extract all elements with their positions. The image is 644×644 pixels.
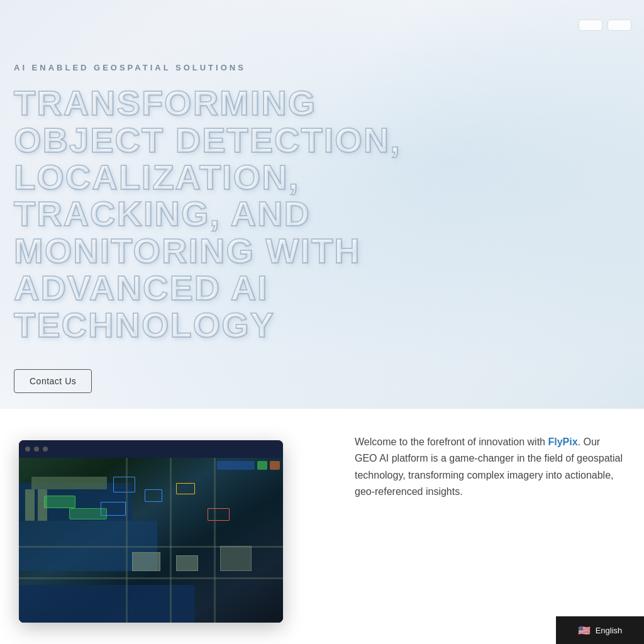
dashboard-mockup bbox=[19, 440, 283, 623]
hero-title: TRANSFORMING OBJECT DETECTION, LOCALIZAT… bbox=[14, 85, 434, 344]
hero-content: AI ENABLED GEOSPATIAL SOLUTIONS TRANSFOR… bbox=[0, 0, 453, 409]
language-selector[interactable]: 🇺🇸 English bbox=[556, 616, 644, 644]
nav-button-2[interactable] bbox=[608, 19, 631, 31]
mockup-dot-1 bbox=[25, 447, 30, 452]
contact-us-button[interactable]: Contact Us bbox=[14, 369, 92, 393]
brand-name: FlyPix bbox=[548, 436, 577, 447]
welcome-text-content: Welcome to the forefront of innovation w… bbox=[355, 436, 548, 447]
nav-buttons bbox=[579, 19, 631, 31]
welcome-paragraph: Welcome to the forefront of innovation w… bbox=[355, 434, 625, 501]
nav-button-1[interactable] bbox=[579, 19, 602, 31]
aerial-view bbox=[19, 458, 283, 623]
below-hero-section: Welcome to the forefront of innovation w… bbox=[0, 409, 644, 644]
language-label: English bbox=[596, 626, 623, 635]
mockup-dot-3 bbox=[43, 447, 48, 452]
hero-section: AI ENABLED GEOSPATIAL SOLUTIONS TRANSFOR… bbox=[0, 0, 644, 409]
mockup-dot-2 bbox=[34, 447, 39, 452]
mockup-body bbox=[19, 458, 283, 623]
hero-subtitle: AI ENABLED GEOSPATIAL SOLUTIONS bbox=[14, 63, 434, 72]
top-navbar bbox=[0, 0, 644, 50]
flag-icon: 🇺🇸 bbox=[578, 625, 591, 636]
mockup-topbar bbox=[19, 440, 283, 458]
welcome-text-section: Welcome to the forefront of innovation w… bbox=[336, 409, 644, 519]
